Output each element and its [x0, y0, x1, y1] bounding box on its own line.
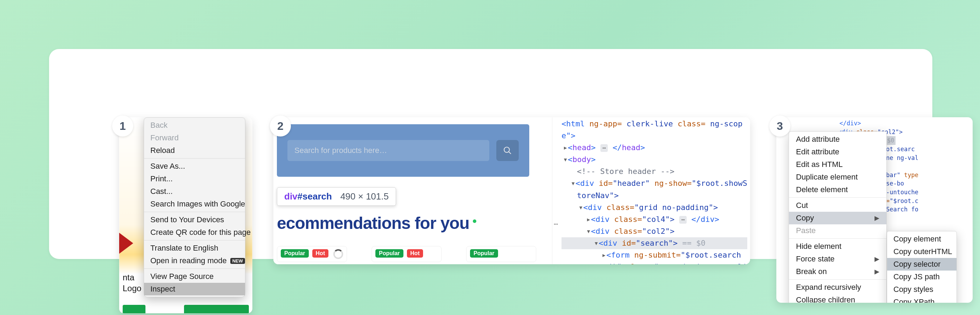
- menu-item-copy[interactable]: Copy▶: [789, 212, 886, 224]
- text-line-1: nta: [123, 273, 134, 282]
- headline-text: ecommendations for you: [277, 214, 469, 233]
- code-line: </div>: [840, 119, 973, 128]
- page-headline: ecommendations for you: [277, 214, 476, 233]
- code-line[interactable]: ▸<head> ⋯ </head>: [562, 142, 747, 154]
- menu-separator: [789, 279, 886, 280]
- product-card[interactable]: Popular: [466, 246, 536, 262]
- menu-separator: [144, 268, 245, 269]
- tutorial-card: 1 2 3 nta Logo Back Forward Reload Save …: [49, 49, 932, 259]
- devtools-elements-tree[interactable]: <html ng-app= clerk-live class= ng-scop …: [552, 117, 750, 264]
- code-line[interactable]: ▸<form ng-submit="$root.search: [562, 249, 747, 261]
- search-icon: [503, 146, 512, 155]
- popular-badge: Popular: [281, 249, 309, 258]
- submenu-copy-js-path[interactable]: Copy JS path: [887, 271, 956, 283]
- code-line[interactable]: e">: [562, 130, 747, 142]
- menu-item-expand-recursively[interactable]: Expand recursively: [789, 281, 886, 294]
- page-preview: Search for products here… div#search 490…: [274, 117, 552, 264]
- hot-badge: Hot: [407, 249, 423, 258]
- submenu-copy-xpath[interactable]: Copy XPath: [887, 296, 956, 303]
- code-line[interactable]: ()" class="ng-pristine ng-vali: [562, 261, 747, 264]
- code-line[interactable]: ▾<div id="header" ng-show="$root.showS: [562, 177, 747, 189]
- menu-item-break-on[interactable]: Break on▶: [789, 265, 886, 278]
- code-line[interactable]: ▾<div class="grid no-padding">: [562, 202, 747, 214]
- code-line[interactable]: <!-- Store header -->: [562, 166, 747, 177]
- code-line[interactable]: ▾<body>: [562, 154, 747, 166]
- code-line[interactable]: toreNav">: [562, 190, 747, 202]
- menu-item-paste[interactable]: Paste: [789, 224, 886, 237]
- menu-item-create-qr[interactable]: Create QR code for this page: [144, 226, 245, 239]
- code-line[interactable]: <html ng-app= clerk-live class= ng-scop: [562, 118, 747, 130]
- panel-copy-selector: </div> ▾<div class="col2"> "search"> == …: [776, 117, 973, 303]
- menu-item-translate[interactable]: Translate to English: [144, 242, 245, 255]
- new-badge: NEW: [230, 258, 245, 264]
- overflow-dots-icon[interactable]: ⋯: [554, 219, 559, 230]
- svg-point-0: [504, 147, 509, 152]
- menu-item-edit-as-html[interactable]: Edit as HTML: [789, 158, 886, 171]
- menu-item-delete-element[interactable]: Delete element: [789, 184, 886, 196]
- submenu-copy-outerhtml[interactable]: Copy outerHTML: [887, 245, 956, 258]
- menu-separator: [144, 240, 245, 241]
- tooltip-tag: div: [284, 191, 298, 202]
- menu-item-hide-element[interactable]: Hide element: [789, 240, 886, 253]
- search-region-highlight: Search for products here…: [277, 124, 529, 177]
- chevron-right-icon: ▶: [875, 214, 880, 222]
- product-card[interactable]: Popular Hot: [372, 246, 442, 262]
- menu-item-cut[interactable]: Cut: [789, 199, 886, 212]
- search-input[interactable]: Search for products here…: [287, 140, 489, 161]
- step-badge-3: 3: [769, 116, 791, 136]
- play-icon: [119, 233, 133, 254]
- tooltip-selector: div#search: [284, 191, 332, 202]
- submenu-copy-element[interactable]: Copy element: [887, 233, 956, 245]
- panel1-green-bars: [123, 305, 249, 313]
- submenu-copy-selector[interactable]: Copy selector: [887, 258, 956, 271]
- step-badge-2: 2: [270, 116, 291, 136]
- menu-item-edit-attribute[interactable]: Edit attribute: [789, 146, 886, 158]
- menu-item-force-state[interactable]: Force state▶: [789, 253, 886, 265]
- green-bar: [184, 305, 249, 313]
- step-badge-1: 1: [112, 116, 133, 136]
- submenu-copy-styles[interactable]: Copy styles: [887, 283, 956, 296]
- menu-item-search-images[interactable]: Search Images with Google: [144, 198, 245, 211]
- element-context-menu[interactable]: Add attribute Edit attribute Edit as HTM…: [789, 131, 887, 303]
- menu-item-inspect[interactable]: Inspect: [144, 283, 245, 295]
- browser-context-menu[interactable]: Back Forward Reload Save As... Print... …: [144, 117, 245, 297]
- menu-item-duplicate-element[interactable]: Duplicate element: [789, 171, 886, 184]
- menu-separator: [144, 158, 245, 158]
- menu-item-print[interactable]: Print...: [144, 173, 245, 185]
- menu-separator: [789, 238, 886, 239]
- menu-item-forward[interactable]: Forward: [144, 131, 245, 144]
- product-card[interactable]: Popular Hot: [277, 246, 347, 262]
- chevron-right-icon: ▶: [875, 268, 880, 275]
- menu-item-reload[interactable]: Reload: [144, 144, 245, 157]
- search-button[interactable]: [496, 140, 519, 161]
- menu-separator: [144, 212, 245, 212]
- copy-submenu[interactable]: Copy element Copy outerHTML Copy selecto…: [887, 231, 957, 303]
- menu-item-send-devices[interactable]: Send to Your Devices: [144, 214, 245, 226]
- menu-item-save-as[interactable]: Save As...: [144, 160, 245, 173]
- code-line[interactable]: ▸<div class="col4"> ⋯ </div>: [562, 214, 747, 225]
- code-line[interactable]: ▾<div class="col2">: [562, 225, 747, 237]
- hot-badge: Hot: [312, 249, 329, 258]
- tooltip-dimensions: 490 × 101.5: [340, 191, 389, 202]
- menu-item-back[interactable]: Back: [144, 119, 245, 131]
- menu-item-collapse-children[interactable]: Collapse children: [789, 294, 886, 303]
- code-line-selected[interactable]: ▾<div id="search"> == $0: [562, 237, 747, 249]
- green-bar: [123, 305, 145, 313]
- chevron-right-icon: ▶: [875, 255, 880, 263]
- menu-item-view-source[interactable]: View Page Source: [144, 270, 245, 283]
- headline-dot-icon: [473, 220, 476, 223]
- popular-badge: Popular: [470, 249, 498, 258]
- menu-item-add-attribute[interactable]: Add attribute: [789, 133, 886, 146]
- menu-item-cast[interactable]: Cast...: [144, 185, 245, 198]
- product-card-row: Popular Hot Popular Hot Popular: [277, 246, 536, 262]
- logo-text-fragment: nta Logo: [123, 272, 141, 294]
- loading-spinner-icon: [333, 249, 343, 259]
- panel-inspect-menu: nta Logo Back Forward Reload Save As... …: [119, 117, 252, 313]
- popular-badge: Popular: [375, 249, 403, 258]
- text-line-2: Logo: [123, 283, 141, 293]
- menu-label: Open in reading mode: [150, 256, 227, 265]
- menu-item-reading-mode[interactable]: Open in reading mode NEW: [144, 255, 245, 267]
- tooltip-id: #search: [298, 191, 332, 202]
- svg-line-1: [509, 152, 511, 154]
- panel-devtools-elements: Search for products here… div#search 490…: [274, 117, 750, 264]
